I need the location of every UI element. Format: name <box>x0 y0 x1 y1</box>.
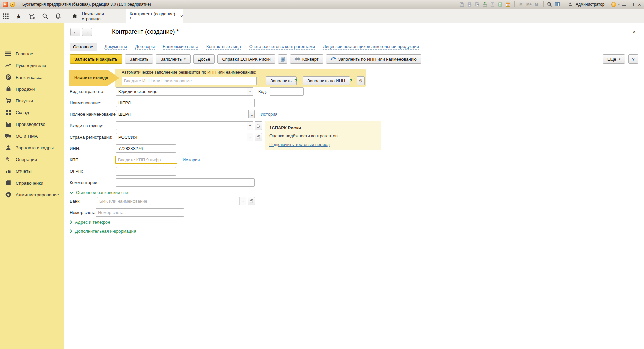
spark-reports-button[interactable]: Справки 1СПАРК Риски <box>217 54 275 64</box>
calendar-icon[interactable]: 31 <box>505 1 511 8</box>
tab-counterparty[interactable]: Контрагент (создание) * × <box>126 9 183 23</box>
hint-help-link[interactable]: ? <box>294 78 297 83</box>
bank-open-button[interactable] <box>248 197 255 205</box>
hint-fill-by-inn-button[interactable]: Заполнить по ИНН <box>303 76 350 85</box>
hint-help2-link[interactable]: ? <box>350 78 352 83</box>
section-bank-account[interactable]: Основной банковский счет <box>70 190 130 195</box>
ogrn-input[interactable] <box>116 167 176 176</box>
help-button[interactable]: ? <box>628 54 638 64</box>
fill-dropdown-button[interactable]: Заполнить▾ <box>156 54 190 64</box>
zoom-icon[interactable] <box>547 1 553 8</box>
hint-settings-button[interactable]: ⚙ <box>357 76 365 85</box>
favorites-star-icon[interactable]: ★ <box>15 13 22 20</box>
sidebar-item-operations[interactable]: ДтКт Операции <box>0 155 64 164</box>
notifications-bell-icon[interactable] <box>54 13 62 20</box>
open-form-icon <box>257 124 260 128</box>
nav-tab-contacts[interactable]: Контактные лица <box>206 44 241 50</box>
chevron-down-icon[interactable]: ▾ <box>247 122 253 130</box>
name-input[interactable] <box>116 99 255 107</box>
search-icon[interactable] <box>41 13 49 20</box>
account-input[interactable] <box>96 208 184 217</box>
sidebar-item-main[interactable]: Главное <box>0 49 64 58</box>
sidebar-item-directories[interactable]: Справочники <box>0 179 64 187</box>
report-list-icon-button[interactable] <box>278 54 287 64</box>
print-preview-icon[interactable] <box>474 1 480 8</box>
window-title: Бухгалтерия предприятия (базовая), редак… <box>22 2 151 7</box>
chevron-down-icon[interactable]: ▾ <box>247 133 253 141</box>
section-extra-info[interactable]: Дополнительная информация <box>70 229 136 234</box>
chevron-down-icon[interactable]: ▾ <box>247 88 253 95</box>
nav-tab-alcohol-licenses[interactable]: Лицензии поставщиков алкогольной продукц… <box>323 44 419 50</box>
country-open-button[interactable] <box>255 133 262 141</box>
forward-button[interactable]: → <box>82 28 92 36</box>
kpp-history-link[interactable]: История <box>183 157 200 162</box>
memory-m-button[interactable]: M <box>518 2 524 6</box>
full-name-history-link[interactable]: История <box>261 112 277 117</box>
envelope-print-button[interactable]: Конверт <box>290 54 323 64</box>
nav-tab-settlement-accounts[interactable]: Счета расчетов с контрагентами <box>249 44 315 50</box>
sidebar-item-reports[interactable]: Отчеты <box>0 167 64 176</box>
hint-fill-button[interactable]: Заполнить <box>266 76 297 85</box>
back-button[interactable]: ← <box>70 28 80 36</box>
memory-m-minus-button[interactable]: M- <box>534 2 540 6</box>
country-combobox[interactable]: ▾ <box>116 133 253 141</box>
code-input[interactable] <box>270 87 304 96</box>
memory-m-plus-button[interactable]: M+ <box>526 2 532 6</box>
apps-menu-icon[interactable] <box>2 13 9 20</box>
nav-tab-documents[interactable]: Документы <box>105 44 127 50</box>
form-close-icon[interactable]: × <box>633 29 636 35</box>
sidebar-item-fixed-assets[interactable]: ОС и НМА <box>0 132 64 140</box>
kind-combobox[interactable]: ▾ <box>116 87 253 96</box>
section-address-phone[interactable]: Адрес и телефон <box>70 220 110 225</box>
info-dropdown-icon[interactable]: ▾ <box>618 3 620 6</box>
sidebar-item-sales[interactable]: Продажи <box>0 85 64 93</box>
full-name-input[interactable] <box>116 110 249 118</box>
chevron-down-icon[interactable]: ▾ <box>239 197 246 205</box>
print-icon[interactable] <box>466 1 473 8</box>
sidebar-item-payroll-hr[interactable]: Зарплата и кадры <box>0 143 64 152</box>
inn-input[interactable] <box>116 144 176 153</box>
save-icon[interactable] <box>459 1 465 8</box>
group-input[interactable] <box>116 121 253 130</box>
sidebar-item-manager[interactable]: Руководителю <box>0 61 64 70</box>
calculator-icon[interactable] <box>497 1 503 8</box>
main-menu-dropdown-icon[interactable]: ▾ <box>10 2 15 7</box>
print-form-icon[interactable] <box>489 1 496 8</box>
cart-icon <box>5 97 12 104</box>
bank-input[interactable] <box>97 197 246 205</box>
send-icon[interactable] <box>482 1 488 8</box>
group-open-button[interactable] <box>255 121 262 130</box>
close-window-button[interactable]: × <box>636 1 643 8</box>
nav-tab-main[interactable]: Основное <box>70 43 97 51</box>
sidebar-item-warehouse[interactable]: Склад <box>0 108 64 117</box>
nav-tab-bank-accounts[interactable]: Банковские счета <box>163 44 198 50</box>
sidebar-item-administration[interactable]: Администрирование <box>0 190 64 199</box>
dossier-button[interactable]: Досье <box>193 54 215 64</box>
bar-chart-icon <box>5 168 12 174</box>
split-window-icon[interactable] <box>554 1 561 8</box>
group-combobox[interactable]: ▾ <box>116 121 253 130</box>
save-and-close-button[interactable]: Записать и закрыть <box>70 54 122 64</box>
tab-home[interactable]: Начальная страница <box>67 9 123 23</box>
minimize-button[interactable] <box>621 1 627 8</box>
bank-combobox[interactable]: ▾ <box>97 197 246 205</box>
history-icon[interactable] <box>28 13 36 20</box>
sidebar-item-production[interactable]: Производство <box>0 120 64 129</box>
more-button[interactable]: Еще▾ <box>603 54 625 64</box>
kind-input[interactable] <box>116 87 253 96</box>
save-button[interactable]: Записать <box>125 54 153 64</box>
nav-tab-contracts[interactable]: Договоры <box>135 44 155 50</box>
tab-close-icon[interactable]: × <box>180 14 183 19</box>
sidebar-item-bank-cash[interactable]: Банк и касса <box>0 73 64 82</box>
full-name-more-button[interactable]: ... <box>249 110 255 118</box>
sidebar-item-purchases[interactable]: Покупки <box>0 96 64 105</box>
info-icon[interactable]: i <box>611 2 616 7</box>
spark-trial-link[interactable]: Подключить тестовый период <box>269 142 330 147</box>
kpp-input[interactable] <box>115 156 177 164</box>
comment-input[interactable] <box>116 178 255 187</box>
current-user-name[interactable]: Администратор <box>576 2 605 7</box>
fill-by-inn-button[interactable]: Заполнить по ИНН или наименованию <box>326 54 421 64</box>
country-input[interactable] <box>116 133 253 141</box>
restore-button[interactable] <box>629 1 635 8</box>
inn-or-name-input[interactable] <box>122 77 257 85</box>
